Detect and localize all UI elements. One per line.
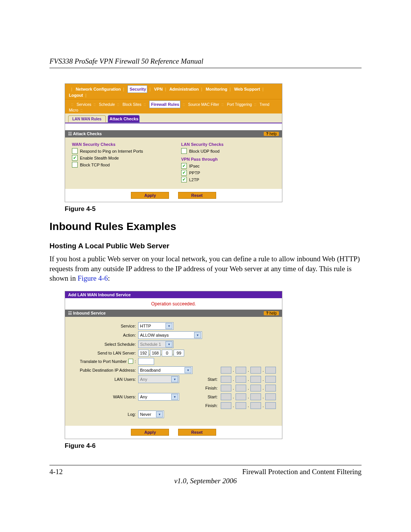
lan-start-2: [236, 376, 246, 383]
pubdest-select[interactable]: Broadband ▾: [138, 366, 193, 374]
lan-start-4: [265, 376, 276, 383]
wanusers-select[interactable]: Any ▾: [138, 393, 179, 401]
wan-chk-stealth[interactable]: ✔ Enable Stealth Mode: [72, 155, 166, 161]
footer-chapter: Firewall Protection and Content Filterin…: [242, 468, 362, 476]
primary-nav: | Network Configuration| Security| VPN| …: [65, 84, 282, 99]
action-select[interactable]: ALLOW always ▾: [138, 331, 202, 339]
wan-head: WAN Security Checks: [72, 142, 166, 147]
page-footer: 4-12 Firewall Protection and Content Fil…: [49, 465, 362, 476]
vpn-chk-ipsec[interactable]: ✔ IPsec: [181, 163, 275, 169]
select-value: Broadband: [140, 368, 161, 372]
checkbox-icon[interactable]: [181, 148, 187, 154]
panel-title: Attack Checks: [73, 131, 102, 136]
pubdest-label: Public Destination IP Address:: [71, 368, 138, 372]
pubdest-ip-4: [265, 367, 276, 374]
checkbox-icon[interactable]: [72, 148, 78, 154]
nav-vpn[interactable]: VPN: [154, 87, 163, 91]
chevron-down-icon: ▾: [185, 367, 191, 373]
checkbox-icon[interactable]: [72, 162, 78, 168]
nav-network[interactable]: Network Configuration: [76, 87, 121, 91]
lanusers-label: LAN Users:: [71, 377, 138, 382]
apply-button[interactable]: Apply: [131, 429, 169, 436]
translate-port-checkbox[interactable]: [128, 359, 133, 364]
figure-4-6-screenshot: Add LAN WAN Inbound Service Operation su…: [65, 291, 282, 439]
tab-lan-wan-rules[interactable]: LAN WAN Rules: [68, 115, 106, 122]
ip-octet-2[interactable]: 168: [150, 350, 161, 356]
wan-chk-tcp[interactable]: Block TCP flood: [72, 162, 166, 168]
help-link[interactable]: help: [264, 311, 279, 315]
wan-finish-2: [236, 402, 246, 409]
panel-title-bar: ☷ Attack Checks help: [65, 130, 282, 137]
subnav-mac[interactable]: Source MAC Filter: [188, 102, 219, 107]
checkbox-icon[interactable]: ✔: [181, 163, 187, 169]
service-select[interactable]: HTTP ▾: [138, 322, 174, 330]
chevron-down-icon: ▾: [194, 332, 201, 338]
service-label: Service:: [71, 324, 138, 328]
chk-label: PPTP: [189, 171, 200, 175]
subnav-block[interactable]: Block Sites: [123, 102, 141, 107]
chk-label: Block TCP flood: [80, 163, 110, 167]
body-paragraph: If you host a public Web server on your …: [49, 254, 362, 283]
lan-chk-udp[interactable]: Block UDP flood: [181, 148, 275, 154]
subnav-schedule[interactable]: Schedule: [99, 102, 115, 107]
subnav-firewall[interactable]: Firewall Rules: [149, 101, 180, 108]
panel-title: Inbound Service: [73, 311, 106, 315]
select-value: Never: [140, 412, 151, 417]
chk-label: Enable Stealth Mode: [80, 156, 119, 160]
figure-4-5-caption: Figure 4-5: [65, 205, 362, 213]
wan-start-4: [265, 393, 276, 400]
chk-label: Block UDP flood: [189, 149, 220, 153]
tab-row: LAN WAN Rules Attack Checks: [65, 113, 282, 123]
log-select[interactable]: Never ▾: [138, 411, 164, 418]
lan-head: LAN Security Checks: [181, 142, 275, 147]
button-bar: Apply Reset: [65, 426, 282, 439]
chk-label: L2TP: [189, 177, 199, 182]
wan-finish-3: [250, 402, 261, 409]
subnav-port[interactable]: Port Triggering: [227, 102, 252, 107]
section-heading: Inbound Rules Examples: [49, 220, 362, 233]
sub-heading: Hosting A Local Public Web Server: [49, 242, 362, 250]
help-link[interactable]: help: [264, 132, 279, 136]
reset-button[interactable]: Reset: [178, 429, 216, 436]
chevron-down-icon: ▾: [166, 323, 172, 329]
chevron-down-icon: ▾: [171, 376, 178, 382]
lan-finish-4: [265, 385, 276, 391]
nav-logout[interactable]: Logout: [69, 93, 83, 97]
lan-finish-3: [250, 385, 261, 391]
checkbox-icon[interactable]: ✔: [72, 155, 78, 161]
vpn-chk-l2tp[interactable]: ✔ L2TP: [181, 177, 275, 182]
pubdest-ip-3: [250, 367, 261, 374]
schedule-select: Schedule 1 ▾: [138, 340, 174, 348]
wan-start-2: [236, 393, 246, 400]
log-label: Log:: [71, 412, 138, 417]
ip-octet-4[interactable]: 99: [174, 350, 184, 356]
apply-button[interactable]: Apply: [131, 192, 169, 199]
nav-admin[interactable]: Administration: [169, 87, 199, 91]
ip-octet-3[interactable]: 0: [162, 350, 172, 356]
lan-start-1: [221, 376, 231, 383]
subnav-services[interactable]: Services: [76, 102, 91, 107]
panel-title-bar: ☷ Inbound Service help: [65, 310, 282, 317]
figure-4-6-xref[interactable]: Figure 4-6: [78, 274, 108, 282]
wan-start-1: [221, 393, 231, 400]
page-number: 4-12: [49, 468, 63, 476]
page-version: v1.0, September 2006: [49, 477, 362, 485]
nav-security[interactable]: Security: [127, 85, 147, 93]
schedule-label: Select Schedule:: [71, 342, 138, 347]
wan-chk-ping[interactable]: Respond to Ping on Internet Ports: [72, 148, 166, 154]
wanusers-label: WAN Users:: [71, 395, 138, 399]
nav-monitor[interactable]: Monitoring: [206, 87, 227, 91]
translate-port-input[interactable]: [138, 358, 154, 365]
checkbox-icon[interactable]: ✔: [181, 170, 187, 176]
tab-attack-checks[interactable]: Attack Checks: [108, 115, 140, 123]
chevron-down-icon: ▾: [166, 341, 172, 347]
figure-4-5-screenshot: | Network Configuration| Security| VPN| …: [65, 83, 282, 202]
nav-support[interactable]: Web Support: [234, 87, 260, 91]
reset-button[interactable]: Reset: [178, 192, 216, 199]
ip-octet-1[interactable]: 192: [138, 350, 149, 356]
checkbox-icon[interactable]: ✔: [181, 177, 187, 182]
pubdest-ip-2: [236, 367, 246, 374]
vpn-head: VPN Pass through: [181, 157, 275, 161]
vpn-chk-pptp[interactable]: ✔ PPTP: [181, 170, 275, 176]
lanusers-select: Any ▾: [138, 375, 179, 383]
